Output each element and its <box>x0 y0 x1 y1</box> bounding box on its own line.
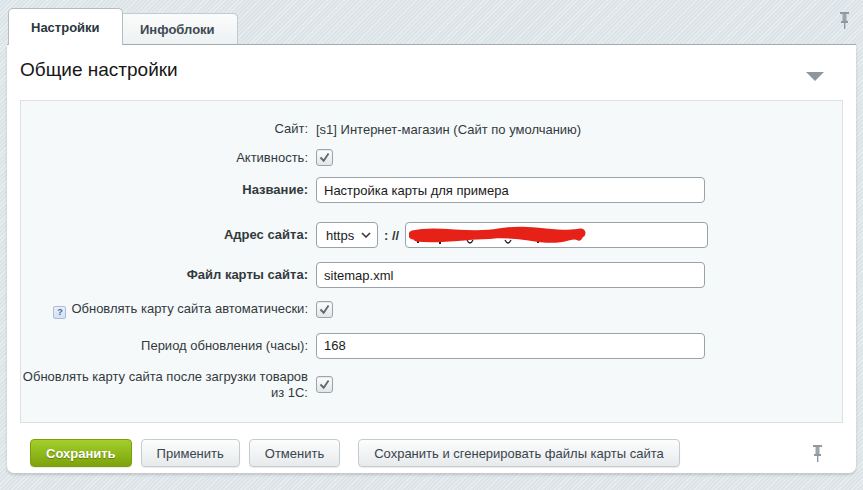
tab-settings-label: Настройки <box>31 20 100 35</box>
active-label: Активность: <box>21 150 308 166</box>
general-settings-form: Сайт: [s1] Интернет-магазин (Сайт по умо… <box>20 100 843 423</box>
row-sitemap-file: Файл карты сайта: <box>21 262 842 288</box>
row-active: Активность: <box>21 149 842 166</box>
checkmark-icon <box>318 378 331 391</box>
checkmark-icon <box>318 303 331 316</box>
tab-infoblocks-label: Инфоблоки <box>140 22 215 37</box>
site-value: [s1] Интернет-магазин (Сайт по умолчанию… <box>316 122 581 137</box>
scheme-selected-value: https <box>326 228 354 243</box>
row-update-after-1c: Обновлять карту сайта после загрузки тов… <box>21 369 842 401</box>
sitemap-file-label: Файл карты сайта: <box>21 267 308 283</box>
site-url-input[interactable]: / <box>405 222 708 248</box>
section-title: Общие настройки <box>20 59 178 81</box>
row-site: Сайт: [s1] Интернет-магазин (Сайт по умо… <box>21 121 842 137</box>
chevron-down-icon <box>361 232 371 238</box>
help-icon[interactable]: ? <box>53 306 66 319</box>
update-after-1c-checkbox[interactable] <box>316 376 333 393</box>
cancel-button[interactable]: Отменить <box>249 439 340 467</box>
row-site-address: Адрес сайта: https : // / <box>21 222 842 248</box>
auto-update-label: ?Обновлять карту сайта автоматически: <box>21 301 308 319</box>
update-period-input[interactable] <box>316 333 705 359</box>
apply-button[interactable]: Применить <box>141 439 240 467</box>
tab-settings[interactable]: Настройки <box>8 8 123 45</box>
update-period-label: Период обновления (часы): <box>21 338 308 354</box>
pin-buttonbar-icon[interactable] <box>811 444 824 466</box>
pin-panel-icon[interactable] <box>838 11 851 33</box>
save-button[interactable]: Сохранить <box>30 439 132 467</box>
auto-update-label-text: Обновлять карту сайта автоматически: <box>71 301 308 316</box>
scheme-select[interactable]: https <box>316 222 378 248</box>
tab-infoblocks[interactable]: Инфоблоки <box>117 13 238 44</box>
row-auto-update: ?Обновлять карту сайта автоматически: <box>21 301 842 319</box>
name-input[interactable] <box>316 177 705 203</box>
name-label: Название: <box>21 182 308 198</box>
sitemap-file-input[interactable] <box>316 262 705 288</box>
save-and-generate-button[interactable]: Сохранить и сгенерировать файлы карты са… <box>358 439 680 467</box>
address-separator: : // <box>384 228 399 243</box>
row-name: Название: <box>21 177 842 203</box>
redaction-scribble <box>409 226 587 246</box>
collapse-section-icon[interactable] <box>806 72 824 81</box>
site-label: Сайт: <box>21 121 308 137</box>
row-update-period: Период обновления (часы): <box>21 333 842 359</box>
button-bar: Сохранить Применить Отменить Сохранить и… <box>30 439 689 467</box>
update-after-1c-label: Обновлять карту сайта после загрузки тов… <box>21 369 308 401</box>
auto-update-checkbox[interactable] <box>316 301 333 318</box>
checkmark-icon <box>318 151 331 164</box>
active-checkbox[interactable] <box>316 149 333 166</box>
admin-page: { "tabs": [ { "label": "Настройки", "act… <box>0 0 863 490</box>
site-address-label: Адрес сайта: <box>21 227 308 243</box>
